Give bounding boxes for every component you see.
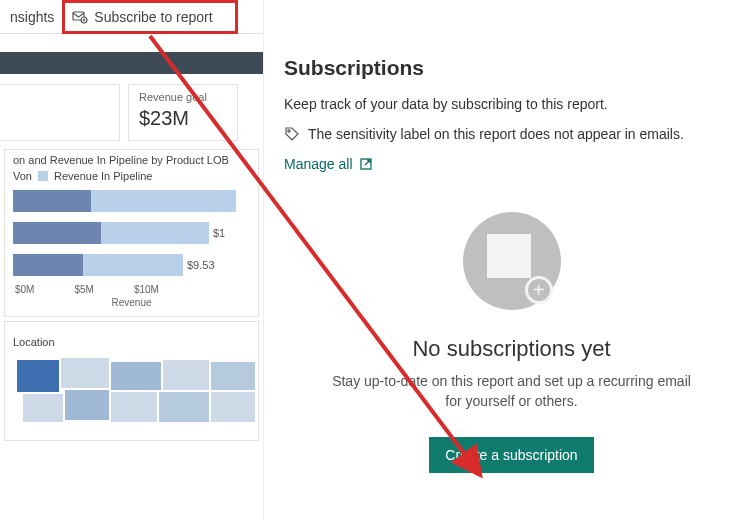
bar-seg-pipeline [91, 190, 236, 212]
create-subscription-button[interactable]: Create a subscription [429, 437, 593, 473]
empty-state: + No subscriptions yet Stay up-to-date o… [284, 212, 739, 473]
svg-rect-11 [211, 392, 255, 422]
svg-rect-6 [211, 362, 255, 390]
bar-value: $1 [213, 227, 225, 239]
bar-value: $9.53 [187, 259, 215, 271]
report-canvas: nsights Subscribe to report Revenue goal… [0, 0, 263, 520]
plus-icon: + [525, 276, 553, 304]
kpi-label: Revenue goal [139, 91, 227, 103]
open-in-new-icon [359, 157, 373, 171]
bar-row: $1 [13, 220, 250, 246]
map-visual [13, 348, 263, 438]
legend-pipeline-swatch [38, 171, 48, 181]
svg-rect-3 [61, 358, 109, 388]
svg-rect-4 [111, 362, 161, 390]
svg-rect-2 [17, 360, 59, 392]
bar-row: $9.53 [13, 252, 250, 278]
document-icon [487, 234, 531, 278]
bar-seg-won [13, 190, 91, 212]
map-title: Location [13, 336, 250, 348]
subscribe-icon [72, 9, 88, 25]
report-header-band [0, 52, 263, 74]
pane-title: Subscriptions [284, 56, 739, 80]
subscriptions-pane: Subscriptions Keep track of your data by… [263, 0, 753, 520]
empty-state-desc: Stay up-to-date on this report and set u… [324, 372, 699, 411]
legend-won-label: Von [13, 170, 32, 182]
bar-row [13, 188, 250, 214]
manage-all-link[interactable]: Manage all [284, 156, 739, 172]
svg-rect-8 [65, 390, 109, 420]
x-axis-label: Revenue [13, 297, 250, 308]
svg-rect-5 [163, 360, 209, 390]
sensitivity-text: The sensitivity label on this report doe… [308, 126, 684, 142]
subscribe-label: Subscribe to report [94, 9, 212, 25]
insights-button[interactable]: nsights [4, 5, 60, 29]
toolbar: nsights Subscribe to report [0, 0, 263, 34]
create-subscription-label: Create a subscription [445, 447, 577, 463]
map-card: Location [4, 321, 259, 441]
tag-icon [284, 126, 300, 142]
svg-rect-7 [23, 394, 63, 422]
manage-all-label: Manage all [284, 156, 353, 172]
chart-card: on and Revenue In Pipeline by Product LO… [4, 149, 259, 317]
chart-legend: Von Revenue In Pipeline [13, 170, 250, 182]
bars: $1 $9.53 [13, 188, 250, 278]
subscribe-button[interactable]: Subscribe to report [66, 5, 218, 29]
card-row: Revenue goal $23M [0, 74, 263, 145]
sensitivity-note: The sensitivity label on this report doe… [284, 126, 739, 142]
svg-rect-9 [111, 392, 157, 422]
svg-point-12 [288, 130, 290, 132]
pane-subtitle: Keep track of your data by subscribing t… [284, 96, 739, 112]
kpi-value: $23M [139, 107, 227, 130]
insights-label: nsights [10, 9, 54, 25]
chart-title: on and Revenue In Pipeline by Product LO… [13, 154, 229, 166]
legend-pipeline-label: Revenue In Pipeline [54, 170, 152, 182]
tick: $10M [134, 284, 159, 295]
tick: $0M [15, 284, 34, 295]
x-axis-ticks: $0M $5M $10M [13, 284, 250, 295]
bar-seg-won [13, 254, 83, 276]
bar-seg-won [13, 222, 101, 244]
svg-rect-10 [159, 392, 209, 422]
bar-seg-pipeline [83, 254, 183, 276]
tick: $5M [74, 284, 93, 295]
chart-title-row: on and Revenue In Pipeline by Product LO… [13, 154, 250, 166]
empty-state-title: No subscriptions yet [284, 336, 739, 362]
empty-state-icon: + [463, 212, 561, 310]
kpi-card-clipped [0, 84, 120, 141]
bar-seg-pipeline [101, 222, 209, 244]
kpi-card-revenue-goal: Revenue goal $23M [128, 84, 238, 141]
